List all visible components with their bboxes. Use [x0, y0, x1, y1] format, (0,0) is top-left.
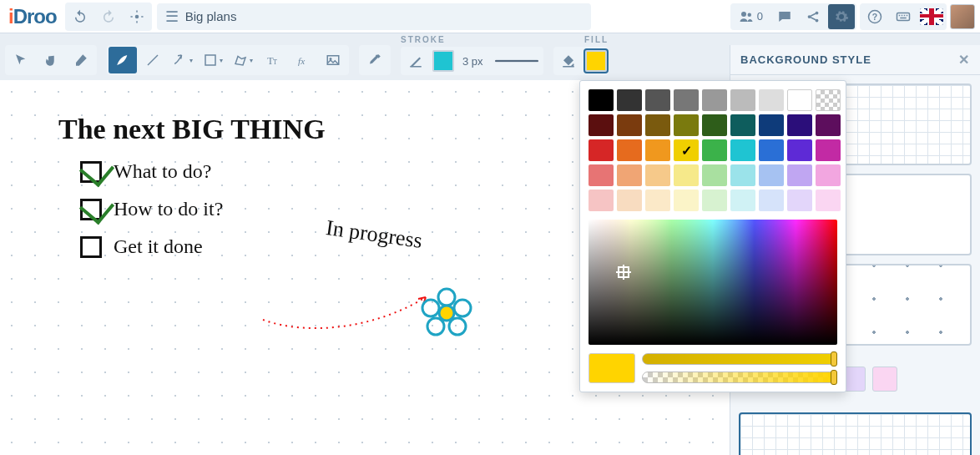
- settings-button[interactable]: [828, 4, 855, 29]
- palette-color[interactable]: [816, 164, 841, 186]
- checkbox: [80, 236, 102, 258]
- undo-button[interactable]: [67, 4, 93, 29]
- select-tool[interactable]: [7, 47, 35, 73]
- palette-color[interactable]: [674, 114, 699, 136]
- chat-button[interactable]: [771, 4, 798, 29]
- color-preview-swatch: [589, 353, 635, 383]
- palette-color[interactable]: [617, 89, 642, 111]
- fill-bucket-icon[interactable]: [555, 48, 582, 73]
- palette-color[interactable]: [730, 114, 755, 136]
- help-button[interactable]: ?: [861, 4, 888, 29]
- palette-color[interactable]: [702, 114, 727, 136]
- palette-color[interactable]: [645, 139, 670, 161]
- palette-color[interactable]: [816, 114, 841, 136]
- palette-color[interactable]: [816, 190, 841, 211]
- stroke-width-value[interactable]: 3 px: [457, 55, 488, 68]
- history-group: [65, 3, 152, 31]
- palette-color[interactable]: [702, 89, 727, 111]
- palette-color[interactable]: [759, 190, 784, 211]
- shape-tool[interactable]: [199, 47, 227, 73]
- palette-color[interactable]: [702, 164, 727, 186]
- filename-bar[interactable]: ☰ Big plans: [157, 3, 591, 30]
- fill-color-swatch[interactable]: [585, 50, 607, 72]
- color-gradient-area[interactable]: [589, 220, 837, 345]
- palette-color[interactable]: [787, 190, 812, 211]
- avatar[interactable]: [950, 4, 975, 29]
- arrow-tool[interactable]: [169, 47, 197, 73]
- pan-tool[interactable]: [37, 47, 65, 73]
- svg-rect-10: [902, 14, 903, 16]
- palette-color[interactable]: [759, 139, 784, 161]
- palette-color[interactable]: [674, 139, 699, 161]
- palette-color[interactable]: [730, 164, 755, 186]
- palette-color[interactable]: [759, 89, 784, 111]
- palette-color[interactable]: [589, 139, 614, 161]
- stroke-controls: 3 px: [401, 47, 543, 75]
- palette-color[interactable]: [617, 164, 642, 186]
- bg-color-swatch[interactable]: [872, 367, 897, 392]
- palette-color[interactable]: [730, 190, 755, 211]
- palette-color[interactable]: [702, 139, 727, 161]
- svg-point-22: [438, 289, 455, 306]
- text-tool[interactable]: TT: [259, 47, 287, 73]
- palette-color[interactable]: [674, 89, 699, 111]
- polygon-tool[interactable]: [229, 47, 257, 73]
- palette-color[interactable]: [589, 164, 614, 186]
- svg-rect-20: [410, 66, 422, 68]
- eraser-tool[interactable]: [67, 47, 95, 73]
- palette-color[interactable]: [674, 190, 699, 211]
- palette-color[interactable]: [816, 89, 841, 111]
- close-icon[interactable]: ✕: [958, 52, 970, 68]
- stroke-style-picker[interactable]: [492, 53, 542, 69]
- alpha-slider[interactable]: [642, 372, 837, 383]
- svg-rect-8: [897, 13, 910, 20]
- palette-color[interactable]: [645, 114, 670, 136]
- fill-controls: [553, 47, 609, 75]
- palette-color[interactable]: [816, 139, 841, 161]
- palette-color[interactable]: [787, 139, 812, 161]
- palette-color[interactable]: [787, 164, 812, 186]
- svg-rect-9: [899, 14, 901, 16]
- checklist-text: How to do it?: [114, 198, 223, 220]
- palette-color[interactable]: [589, 190, 614, 211]
- palette-color[interactable]: [617, 190, 642, 211]
- color-picker-cursor[interactable]: [618, 266, 629, 278]
- svg-rect-12: [907, 14, 908, 16]
- svg-point-25: [427, 318, 444, 335]
- palette-color[interactable]: [787, 89, 812, 111]
- palette-color[interactable]: [759, 114, 784, 136]
- palette-color[interactable]: [589, 89, 614, 111]
- palette-color[interactable]: [730, 89, 755, 111]
- logo[interactable]: iDroo: [5, 5, 60, 28]
- menu-icon[interactable]: ☰: [165, 8, 179, 26]
- palette-color[interactable]: [617, 114, 642, 136]
- palette-color[interactable]: [589, 114, 614, 136]
- palette-color[interactable]: [759, 164, 784, 186]
- palette-color[interactable]: [645, 164, 670, 186]
- eyedropper-tool[interactable]: [361, 47, 389, 73]
- checkbox: [80, 161, 102, 183]
- brightness-slider[interactable]: [642, 353, 837, 365]
- palette-color[interactable]: [645, 89, 670, 111]
- svg-text:fx: fx: [298, 56, 305, 66]
- share-button[interactable]: [800, 4, 826, 29]
- language-button[interactable]: [918, 4, 945, 29]
- stroke-fill-icon[interactable]: [402, 48, 429, 73]
- redo-button[interactable]: [95, 4, 122, 29]
- palette-color[interactable]: [730, 139, 755, 161]
- palette-color[interactable]: [674, 164, 699, 186]
- line-tool[interactable]: [139, 47, 167, 73]
- formula-tool[interactable]: fx: [289, 47, 317, 73]
- bg-option-squares[interactable]: Squares: [739, 412, 972, 455]
- center-button[interactable]: [124, 4, 150, 29]
- stroke-color-swatch[interactable]: [432, 50, 454, 72]
- collaborators-button[interactable]: 0: [732, 3, 770, 30]
- palette-color[interactable]: [702, 190, 727, 211]
- palette-color[interactable]: [645, 190, 670, 211]
- palette-color[interactable]: [787, 114, 812, 136]
- image-tool[interactable]: [319, 47, 347, 73]
- keyboard-button[interactable]: [890, 4, 917, 29]
- palette-color[interactable]: [617, 139, 642, 161]
- svg-point-24: [449, 318, 466, 335]
- pen-tool[interactable]: [109, 47, 137, 73]
